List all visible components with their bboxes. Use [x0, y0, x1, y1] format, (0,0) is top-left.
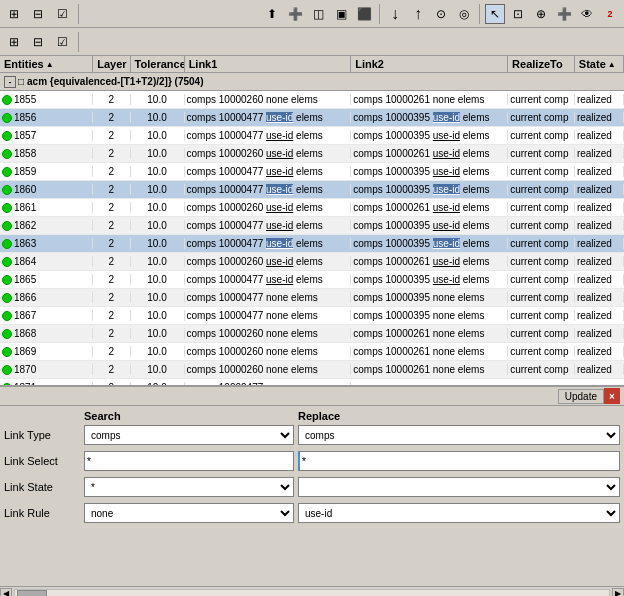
- td-state: realized: [575, 238, 624, 249]
- status-dot: [2, 311, 12, 321]
- layers-icon[interactable]: ⊟: [28, 32, 48, 52]
- table-row[interactable]: 1864210.0comps 10000260 use-id elemscomp…: [0, 253, 624, 271]
- expand-button[interactable]: -: [4, 76, 16, 88]
- separator4: [78, 32, 79, 52]
- pin2-icon[interactable]: ⊟: [28, 4, 48, 24]
- td-tolerance: 10.0: [131, 148, 185, 159]
- td-link1: comps 10000260 use-id elems: [185, 202, 352, 213]
- th-tolerance[interactable]: Tolerance: [131, 56, 185, 72]
- entity-id: 1858: [14, 148, 36, 159]
- num-icon[interactable]: 2: [600, 4, 620, 24]
- entity-id: 1863: [14, 238, 36, 249]
- update-button[interactable]: Update: [558, 389, 604, 404]
- table-row[interactable]: 1856210.0comps 10000477 use-id elemscomp…: [0, 109, 624, 127]
- table-row[interactable]: 1855210.0comps 10000260 none elemscomps …: [0, 91, 624, 109]
- tool2-icon[interactable]: ⊕: [531, 4, 551, 24]
- pin-horizontal-icon[interactable]: ➕: [285, 4, 305, 24]
- close-button[interactable]: ×: [604, 388, 620, 404]
- td-layer: 2: [93, 166, 130, 177]
- th-entities[interactable]: Entities ▲: [0, 56, 93, 72]
- td-tolerance: 10.0: [131, 310, 185, 321]
- link-type-search-select[interactable]: comps nets pins all: [84, 425, 294, 445]
- scroll-left-btn[interactable]: ◀: [0, 588, 12, 597]
- th-link2[interactable]: Link2: [351, 56, 508, 72]
- scroll-right-btn[interactable]: ▶: [612, 588, 624, 597]
- check-icon[interactable]: ☑: [52, 4, 72, 24]
- td-link1: comps 10000260 none elems: [185, 364, 352, 375]
- pin-vertical-icon[interactable]: ⬆: [262, 4, 282, 24]
- scroll-thumb[interactable]: [17, 590, 47, 597]
- table-row[interactable]: 1869210.0comps 10000260 none elemscomps …: [0, 343, 624, 361]
- td-entities: 1865: [0, 274, 93, 285]
- group-checkbox[interactable]: □: [18, 76, 24, 87]
- plus-icon[interactable]: ➕: [554, 4, 574, 24]
- status-dot: [2, 293, 12, 303]
- td-tolerance: 10.0: [131, 346, 185, 357]
- filter-icon[interactable]: ☑: [52, 32, 72, 52]
- link-rule-replace-select[interactable]: use-id none by-name by-index: [298, 503, 620, 523]
- scroll-track[interactable]: [14, 589, 610, 597]
- table-row[interactable]: 1863210.0comps 10000477 use-id elemscomp…: [0, 235, 624, 253]
- table-row[interactable]: 1859210.0comps 10000477 use-id elemscomp…: [0, 163, 624, 181]
- td-entities: 1867: [0, 310, 93, 321]
- table-row[interactable]: 1868210.0comps 10000260 none elemscomps …: [0, 325, 624, 343]
- status-dot: [2, 347, 12, 357]
- link-select-replace-input[interactable]: [298, 451, 620, 471]
- table-row[interactable]: 1865210.0comps 10000477 use-id elemscomp…: [0, 271, 624, 289]
- table-scroll[interactable]: 1855210.0comps 10000260 none elemscomps …: [0, 91, 624, 386]
- link-type-search-wrapper: comps nets pins all: [84, 425, 294, 445]
- td-link1: comps 10000477 none elems: [185, 292, 352, 303]
- up-arrow-icon[interactable]: ↑: [408, 4, 428, 24]
- search-col-header: Search: [84, 410, 294, 422]
- td-state: realized: [575, 148, 624, 159]
- td-link1: comps 10000260 none elems: [185, 94, 352, 105]
- box3d3-icon[interactable]: ⬛: [354, 4, 374, 24]
- link-type-replace-select[interactable]: comps nets pins all: [298, 425, 620, 445]
- td-realizeto: current comp: [508, 184, 575, 195]
- table-row[interactable]: 1862210.0comps 10000477 use-id elemscomp…: [0, 217, 624, 235]
- link-state-search-wrapper: * none realized unrealized: [84, 477, 294, 497]
- entity-id: 1859: [14, 166, 36, 177]
- link-select-search-input[interactable]: [84, 451, 294, 471]
- cursor-icon[interactable]: ↖: [485, 4, 505, 24]
- table-row[interactable]: 1870210.0comps 10000260 none elemscomps …: [0, 361, 624, 379]
- table-row[interactable]: 1860210.0comps 10000477 use-id elemscomp…: [0, 181, 624, 199]
- th-realizeto[interactable]: RealizeTo: [508, 56, 575, 72]
- th-layer[interactable]: Layer: [93, 56, 130, 72]
- cup2-icon[interactable]: ◎: [454, 4, 474, 24]
- link-state-replace-select[interactable]: * none realized: [298, 477, 620, 497]
- td-link2: comps 10000261 use-id elems: [351, 202, 508, 213]
- td-link2: comps 10000395 use-id elems: [351, 184, 508, 195]
- table-row[interactable]: 1857210.0comps 10000477 use-id elemscomp…: [0, 127, 624, 145]
- td-realizeto: current comp: [508, 328, 575, 339]
- th-state[interactable]: State ▲: [575, 56, 624, 72]
- box3d2-icon[interactable]: ▣: [331, 4, 351, 24]
- td-entities: 1859: [0, 166, 93, 177]
- td-tolerance: 10.0: [131, 292, 185, 303]
- link-state-search-select[interactable]: * none realized unrealized: [84, 477, 294, 497]
- box3d-icon[interactable]: ◫: [308, 4, 328, 24]
- table-row[interactable]: 1861210.0comps 10000260 use-id elemscomp…: [0, 199, 624, 217]
- table-row[interactable]: 1866210.0comps 10000477 none elemscomps …: [0, 289, 624, 307]
- horizontal-scrollbar[interactable]: ◀ ▶: [0, 586, 624, 596]
- cup-icon[interactable]: ⊙: [431, 4, 451, 24]
- td-realizeto: current comp: [508, 166, 575, 177]
- down-arrow-icon[interactable]: ↓: [385, 4, 405, 24]
- link-rule-search-select[interactable]: none use-id by-name by-index: [84, 503, 294, 523]
- td-realizeto: current comp: [508, 148, 575, 159]
- td-entities: 1869: [0, 346, 93, 357]
- td-realizeto: current comp: [508, 274, 575, 285]
- status-dot: [2, 239, 12, 249]
- table-row[interactable]: 1871210.0comps 10000477: [0, 379, 624, 386]
- pin-icon[interactable]: ⊞: [4, 4, 24, 24]
- form-area: Search Replace Link Type comps nets pins…: [0, 406, 624, 586]
- td-tolerance: 10.0: [131, 274, 185, 285]
- tool1-icon[interactable]: ⊡: [508, 4, 528, 24]
- form-col-headers: Search Replace: [4, 410, 620, 422]
- entities-icon[interactable]: ⊞: [4, 32, 24, 52]
- th-link1[interactable]: Link1: [185, 56, 352, 72]
- table-row[interactable]: 1867210.0comps 10000477 none elemscomps …: [0, 307, 624, 325]
- eye-icon[interactable]: 👁: [577, 4, 597, 24]
- td-layer: 2: [93, 292, 130, 303]
- table-row[interactable]: 1858210.0comps 10000260 use-id elemscomp…: [0, 145, 624, 163]
